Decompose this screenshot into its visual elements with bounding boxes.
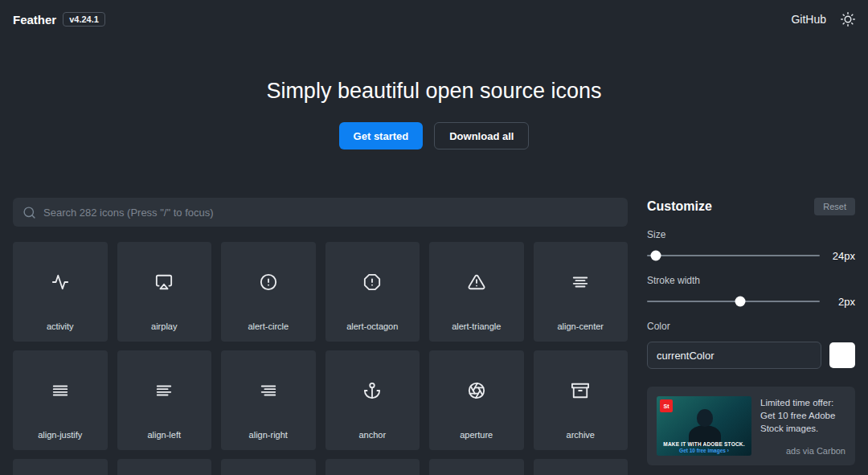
icon-card-aperture[interactable]: aperture	[429, 350, 524, 450]
hero-buttons: Get started Download all	[0, 122, 868, 149]
get-started-button[interactable]: Get started	[339, 122, 424, 149]
version-badge[interactable]: v4.24.1	[63, 12, 105, 27]
icon-card-align-left[interactable]: align-left	[117, 350, 212, 450]
ad-image-cta: Get 10 free images ›	[657, 448, 751, 453]
customize-sidebar: Customize Reset Size 24px Stroke width 2…	[647, 198, 855, 475]
color-input[interactable]	[647, 342, 821, 369]
color-row	[647, 342, 855, 369]
main: activity airplay alert-circle alert-octa…	[0, 198, 868, 475]
adobe-stock-logo: St	[660, 399, 673, 412]
icon-card-partial[interactable]	[117, 459, 212, 475]
icon-card-align-center[interactable]: align-center	[534, 242, 628, 342]
alert-triangle-icon	[468, 273, 485, 291]
stroke-width-label: Stroke width	[647, 275, 855, 286]
icon-card-partial[interactable]	[429, 459, 524, 475]
ad-body-text: Limited time offer: Get 10 free Adobe St…	[760, 396, 845, 435]
icon-card-partial[interactable]	[221, 459, 316, 475]
size-slider[interactable]	[647, 255, 820, 256]
icon-label: alert-triangle	[429, 321, 524, 331]
github-link[interactable]: GitHub	[791, 13, 826, 26]
search-icon	[23, 206, 36, 219]
ad-attribution[interactable]: ads via Carbon	[760, 446, 845, 456]
customize-header: Customize Reset	[647, 198, 855, 215]
stroke-width-slider[interactable]	[647, 301, 820, 302]
size-slider-row: 24px	[647, 250, 855, 261]
size-label: Size	[647, 229, 855, 240]
ad-card[interactable]: St MAKE IT WITH ADOBE STOCK. Get 10 free…	[647, 387, 855, 465]
icon-label: align-left	[117, 430, 212, 440]
size-value: 24px	[828, 250, 855, 262]
icon-label: archive	[534, 430, 628, 440]
icon-label: align-center	[534, 321, 628, 331]
stroke-width-slider-thumb[interactable]	[735, 297, 746, 307]
ad-person-head	[697, 409, 713, 427]
icon-label: alert-octagon	[326, 321, 420, 331]
icon-card-alert-triangle[interactable]: alert-triangle	[429, 242, 524, 342]
icon-card-partial[interactable]	[534, 459, 628, 475]
icon-label: anchor	[326, 430, 420, 440]
alert-octagon-icon	[363, 273, 381, 291]
icon-label: airplay	[117, 321, 212, 331]
search-input[interactable]	[43, 207, 618, 219]
alert-circle-icon	[260, 273, 277, 291]
ad-image-caption: MAKE IT WITH ADOBE STOCK.	[657, 441, 751, 447]
icon-grid: activity airplay alert-circle alert-octa…	[13, 242, 628, 475]
icon-label: aperture	[429, 430, 524, 440]
stroke-width-value: 2px	[828, 296, 855, 308]
align-left-icon	[155, 382, 173, 399]
logo[interactable]: Feather	[13, 13, 56, 27]
header-right: GitHub	[791, 12, 855, 27]
download-all-button[interactable]: Download all	[434, 122, 529, 149]
airplay-icon	[155, 273, 173, 291]
icon-label: activity	[13, 321, 108, 331]
icon-label: align-justify	[13, 430, 108, 440]
aperture-icon	[468, 382, 485, 399]
page-title: Simply beautiful open source icons	[0, 79, 868, 104]
icon-card-activity[interactable]: activity	[13, 242, 108, 342]
reset-button[interactable]: Reset	[814, 198, 855, 215]
sun-icon	[841, 12, 855, 27]
color-label: Color	[647, 321, 855, 332]
archive-icon	[571, 382, 589, 399]
align-right-icon	[260, 382, 277, 399]
icon-card-partial[interactable]	[326, 459, 420, 475]
icon-card-partial[interactable]	[13, 459, 108, 475]
hero: Simply beautiful open source icons Get s…	[0, 79, 868, 149]
icon-card-alert-circle[interactable]: alert-circle	[221, 242, 316, 342]
activity-icon	[51, 273, 69, 291]
icon-card-anchor[interactable]: anchor	[326, 350, 420, 450]
content: activity airplay alert-circle alert-octa…	[13, 198, 628, 475]
icon-card-alert-octagon[interactable]: alert-octagon	[326, 242, 420, 342]
header: Feather v4.24.1 GitHub	[0, 0, 868, 39]
icon-card-align-justify[interactable]: align-justify	[13, 350, 108, 450]
icon-label: alert-circle	[221, 321, 316, 331]
ad-right: Limited time offer: Get 10 free Adobe St…	[760, 396, 845, 456]
ad-image: St MAKE IT WITH ADOBE STOCK. Get 10 free…	[657, 396, 751, 456]
anchor-icon	[363, 382, 381, 399]
align-justify-icon	[51, 382, 69, 399]
theme-toggle[interactable]	[841, 12, 855, 27]
size-slider-thumb[interactable]	[650, 251, 661, 261]
icon-card-airplay[interactable]: airplay	[117, 242, 212, 342]
customize-title: Customize	[647, 199, 712, 214]
icon-card-archive[interactable]: archive	[534, 350, 628, 450]
search-bar	[13, 198, 628, 227]
stroke-slider-row: 2px	[647, 296, 855, 307]
align-center-icon	[571, 273, 589, 291]
color-swatch[interactable]	[829, 342, 855, 368]
icon-label: align-right	[221, 430, 316, 440]
icon-card-align-right[interactable]: align-right	[221, 350, 316, 450]
